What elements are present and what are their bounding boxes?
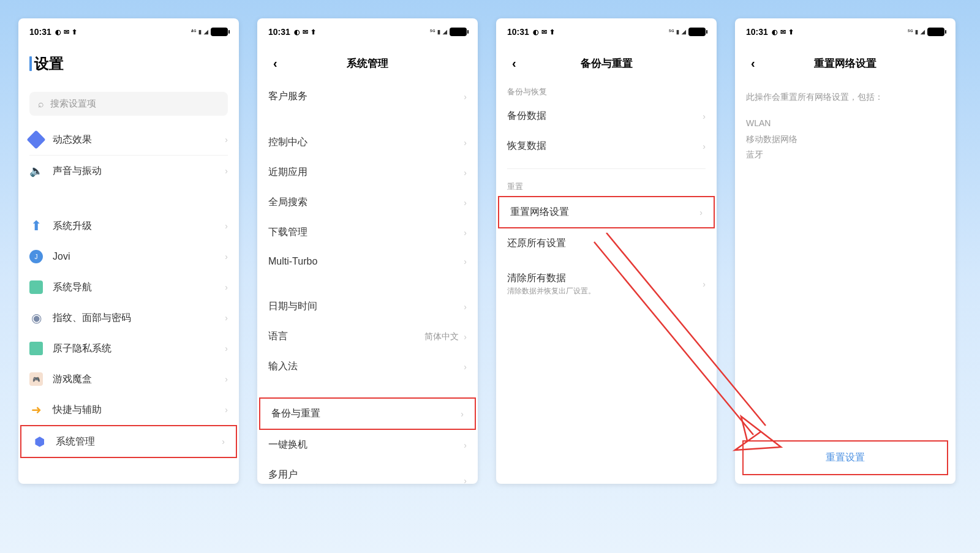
shield-icon: 🛡 (29, 483, 43, 484)
moon-icon: ◐ (533, 28, 539, 36)
page-header: ‹ 系统管理 (257, 42, 478, 81)
page-header: ‹ 备份与重置 (496, 42, 717, 81)
chevron-right-icon: › (464, 257, 467, 266)
scope-bluetooth: 蓝牙 (746, 147, 944, 162)
moon-icon: ◐ (294, 28, 300, 36)
usb-icon: ⬆ (788, 28, 794, 36)
signal-icon: ▮ (198, 29, 202, 35)
section-backup-restore: 备份与恢复 (496, 81, 717, 101)
scope-wlan: WLAN (746, 116, 944, 131)
page-header: 设置 (18, 42, 239, 82)
item-recent-apps[interactable]: 近期应用 › (257, 157, 478, 187)
page-header: ‹ 重置网络设置 (735, 42, 956, 81)
item-multi-turbo[interactable]: Multi-Turbo › (257, 247, 478, 276)
item-backup-reset[interactable]: 备份与重置 › (259, 397, 476, 430)
chevron-right-icon: › (225, 135, 228, 145)
item-system-upgrade[interactable]: ⬆ 系统升级 › (18, 211, 239, 241)
item-date-time[interactable]: 日期与时间 › (257, 292, 478, 322)
chevron-right-icon: › (225, 374, 228, 384)
item-fingerprint[interactable]: ◉ 指纹、面部与密码 › (18, 303, 239, 333)
phone-screen-reset-network: 10:31 ◐ ✉ ⬆ ⁵ᴳ ▮ ◢ ‹ 重置网络设置 此操作会重置所有网络设置… (735, 18, 956, 484)
chevron-right-icon: › (222, 437, 225, 446)
item-shortcuts[interactable]: ➜ 快捷与辅助 › (18, 394, 239, 425)
status-bar: 10:31 ◐ ✉ ⬆ ⁴ᴳ ▮ ◢ (18, 18, 239, 42)
info-description: 此操作会重置所有网络设置，包括： (735, 81, 956, 112)
page-title: 重置网络设置 (814, 56, 876, 70)
moon-icon: ◐ (772, 28, 778, 36)
chevron-right-icon: › (225, 405, 228, 415)
item-reset-network[interactable]: 重置网络设置 › (498, 196, 715, 228)
chevron-right-icon: › (464, 228, 467, 238)
item-jovi[interactable]: J Jovi › (18, 241, 239, 272)
battery-icon (211, 28, 228, 36)
mail-icon: ✉ (303, 28, 308, 36)
page-title: 备份与重置 (581, 56, 633, 70)
chevron-right-icon: › (464, 92, 467, 102)
diamond-icon (26, 130, 45, 149)
fingerprint-icon: ◉ (29, 311, 43, 325)
chevron-right-icon: › (464, 332, 467, 342)
chevron-right-icon: › (464, 138, 467, 148)
mail-icon: ✉ (541, 28, 547, 36)
network-icon: ⁵ᴳ (430, 29, 435, 35)
phone-screen-system-mgmt: 10:31 ◐ ✉ ⬆ ⁵ᴳ ▮ ◢ ‹ 系统管理 客户服务 › 控制中心 › (257, 18, 478, 484)
phone-screen-backup-reset: 10:31 ◐ ✉ ⬆ ⁵ᴳ ▮ ◢ ‹ 备份与重置 备份与恢复 备份数据 › … (496, 18, 717, 484)
network-icon: ⁵ᴳ (908, 29, 913, 35)
back-button[interactable]: ‹ (268, 54, 282, 73)
item-security[interactable]: 🛡 安全 › (18, 474, 239, 484)
moon-icon: ◐ (55, 28, 61, 36)
chevron-right-icon: › (464, 168, 467, 178)
chevron-right-icon: › (464, 440, 467, 450)
page-title: 设置 (29, 54, 64, 73)
item-input-method[interactable]: 输入法 › (257, 352, 478, 382)
search-icon: ⌕ (38, 99, 44, 110)
privacy-icon (29, 342, 43, 355)
page-title: 系统管理 (347, 56, 388, 70)
signal-icon: ▮ (676, 29, 679, 35)
battery-icon (450, 28, 467, 36)
scope-mobile: 移动数据网络 (746, 132, 944, 147)
item-dynamic-effects[interactable]: 动态效果 › (18, 124, 239, 155)
wifi-icon: ◢ (682, 29, 686, 35)
wifi-icon: ◢ (443, 29, 447, 35)
item-multi-user[interactable]: 多用户 当前登录的用户：机主 › (257, 460, 478, 484)
speaker-icon: 🔈 (29, 164, 43, 178)
item-language[interactable]: 语言 简体中文 › (257, 322, 478, 352)
back-button[interactable]: ‹ (507, 54, 521, 73)
item-privacy[interactable]: 原子隐私系统 › (18, 333, 239, 364)
item-system-nav[interactable]: 系统导航 › (18, 272, 239, 303)
item-restore-all[interactable]: 还原所有设置 (496, 228, 717, 258)
chevron-right-icon: › (464, 198, 467, 208)
status-bar: 10:31 ◐ ✉ ⬆ ⁵ᴳ ▮ ◢ (257, 18, 478, 42)
network-icon: ⁵ᴳ (669, 29, 674, 35)
chevron-right-icon: › (464, 362, 467, 372)
item-customer-service[interactable]: 客户服务 › (257, 81, 478, 111)
status-time: 10:31 (507, 27, 529, 37)
gear-icon: ⬢ (32, 435, 46, 448)
item-control-center[interactable]: 控制中心 › (257, 127, 478, 157)
battery-icon (688, 28, 706, 36)
chevron-right-icon: › (225, 344, 228, 353)
item-system-mgmt[interactable]: ⬢ 系统管理 › (20, 425, 237, 458)
search-input[interactable]: ⌕ 搜索设置项 (29, 92, 228, 116)
chevron-right-icon: › (225, 282, 228, 292)
item-backup-data[interactable]: 备份数据 › (496, 101, 717, 131)
game-icon: 🎮 (29, 372, 43, 386)
item-download-mgmt[interactable]: 下载管理 › (257, 217, 478, 247)
item-game-box[interactable]: 🎮 游戏魔盒 › (18, 364, 239, 394)
usb-icon: ⬆ (72, 28, 77, 36)
status-bar: 10:31 ◐ ✉ ⬆ ⁵ᴳ ▮ ◢ (496, 18, 717, 42)
chevron-right-icon: › (703, 141, 706, 151)
search-placeholder: 搜索设置项 (50, 98, 96, 110)
reset-settings-button[interactable]: 重置设置 (742, 440, 948, 475)
back-button[interactable]: ‹ (746, 54, 760, 73)
item-restore-data[interactable]: 恢复数据 › (496, 131, 717, 161)
item-one-key[interactable]: 一键换机 › (257, 430, 478, 460)
item-clear-all[interactable]: 清除所有数据 清除数据并恢复出厂设置。 › (496, 263, 717, 305)
phone-screen-settings: 10:31 ◐ ✉ ⬆ ⁴ᴳ ▮ ◢ 设置 ⌕ 搜索设置项 动态效果 › (18, 18, 239, 484)
status-bar: 10:31 ◐ ✉ ⬆ ⁵ᴳ ▮ ◢ (735, 18, 956, 42)
item-global-search[interactable]: 全局搜索 › (257, 187, 478, 217)
chevron-right-icon: › (464, 302, 467, 312)
chevron-right-icon: › (461, 409, 464, 419)
item-sound-vibration[interactable]: 🔈 声音与振动 › (18, 156, 239, 186)
